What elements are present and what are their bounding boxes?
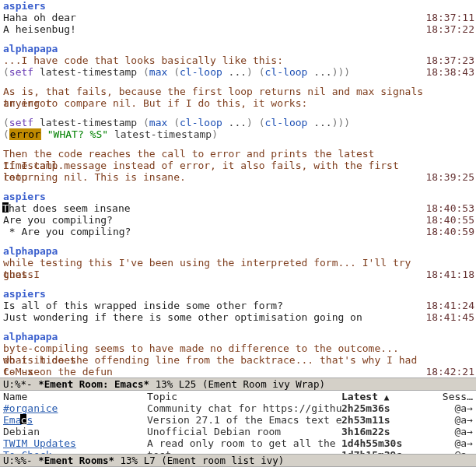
chat-message: As is, that fails, because the first loo…	[3, 86, 426, 97]
timestamp: 18:37:23	[425, 54, 474, 66]
chat-message: A heisenbug!	[3, 23, 426, 35]
room-session: @a→	[410, 414, 473, 426]
room-latest: 2h25m36s	[341, 402, 410, 414]
room-topic: Community chat for https://githu...	[147, 402, 341, 414]
timestamp: 18:38:43	[425, 66, 474, 78]
chat-nick: aspiers	[3, 0, 426, 12]
chat-message: Is all of this wrapped inside some other…	[3, 300, 426, 311]
room-session: @a→	[410, 426, 473, 437]
chat-message: trying to compare nil. But if I do this,…	[3, 97, 426, 109]
rooms-pane: Name Topic Latest ▲ Sess… #organice Comm…	[0, 391, 476, 454]
rooms-header[interactable]: Name Topic Latest ▲ Sess…	[3, 391, 473, 402]
table-row[interactable]: Emacs Version 27.1 of the Emacs text e..…	[3, 414, 473, 426]
timestamp: 18:41:24	[425, 300, 474, 311]
chat-message: Just wondering if there is some other op…	[3, 311, 426, 323]
timestamp: 18:37:11	[425, 12, 474, 23]
header-name[interactable]: Name	[3, 391, 147, 402]
text-cursor: c	[20, 414, 26, 424]
chat-message: byte-compiling seems to have made no dif…	[3, 342, 426, 354]
sort-arrow-icon: ▲	[384, 392, 390, 402]
room-topic: Unofficial Debian room	[147, 426, 341, 437]
header-topic[interactable]: Topic	[147, 391, 341, 402]
room-topic: Version 27.1 of the Emacs text e...	[147, 414, 341, 426]
modeline-mode: (Ement Room ivy Wrap)	[202, 378, 325, 390]
chat-nick: alphapapa	[3, 43, 426, 54]
chat-message: If I call message instead of error, it a…	[3, 160, 426, 171]
chat-message: ...I have code that looks basically like…	[3, 54, 426, 66]
timestamp: 18:39:25	[425, 171, 474, 183]
chat-message: returning nil. This is insane.	[3, 171, 426, 183]
code-line: (setf latest-timestamp (max (cl-loop ...…	[3, 117, 426, 128]
chat-message: do is hide the offending line from the b…	[3, 354, 426, 366]
modeline-rooms: U:%%- *Ement Rooms* 13% L7 (Ement room l…	[0, 454, 476, 467]
modeline2-position: 13% L7	[114, 455, 161, 466]
chat-message: Then the code reaches the call to error …	[3, 148, 426, 160]
table-row[interactable]: Debian Unofficial Debian room 3h16m22s @…	[3, 426, 473, 437]
table-row[interactable]: TWIM Updates A read only room to get all…	[3, 437, 473, 449]
modeline2-left: U:%%-	[3, 455, 38, 466]
room-link[interactable]: #organice	[3, 402, 58, 414]
chat-nick: aspiers	[3, 191, 426, 202]
table-row[interactable]: #organice Community chat for https://git…	[3, 402, 473, 414]
error-highlight: error	[9, 128, 41, 140]
room-link[interactable]: TWIM Updates	[3, 437, 76, 449]
room-name[interactable]: Debian	[3, 426, 40, 437]
modeline-position: 13% L25	[149, 378, 202, 390]
room-latest: 2h53m11s	[341, 414, 410, 426]
code-line: (setf latest-timestamp (max (cl-loop ...…	[3, 66, 426, 78]
chat-message: while testing this I've been using the i…	[3, 257, 426, 269]
timestamp: 18:37:22	[425, 23, 474, 35]
chat-message: C-M-x on the defun	[3, 366, 426, 377]
room-session: @a→	[410, 437, 473, 449]
timestamp: 18:40:53	[425, 202, 474, 214]
header-session[interactable]: Sess…	[410, 391, 473, 402]
modeline-left: U:%*-	[3, 378, 38, 390]
modeline2-buffer-name: *Ement Rooms*	[38, 455, 114, 466]
chat-nick: alphapapa	[3, 245, 426, 257]
room-latest: 1d4h55m30s	[341, 437, 410, 449]
room-session: @a→	[410, 402, 473, 414]
timestamp: 18:40:55	[425, 214, 474, 226]
room-latest: 3h16m22s	[341, 426, 410, 437]
chat-pane: aspiersHaha oh dearA heisenbug!alphapapa…	[0, 0, 476, 377]
chat-message: Are you compiling?	[3, 214, 426, 226]
code-line: (error "WHAT? %S" latest-timestamp)	[3, 128, 426, 140]
timestamp: 18:40:59	[425, 226, 474, 237]
chat-nick: alphapapa	[3, 331, 426, 342]
timestamp: 18:42:21	[425, 366, 474, 377]
chat-nick: aspiers	[3, 288, 426, 300]
chat-message: guess	[3, 269, 426, 280]
modeline-chat: U:%*- *Ement Room: Emacs* 13% L25 (Ement…	[0, 377, 476, 391]
room-link[interactable]: Emacs	[3, 414, 33, 426]
header-latest[interactable]: Latest ▲	[341, 391, 410, 402]
room-topic: A read only room to get all the ...	[147, 437, 341, 449]
chat-message: Haha oh dear	[3, 12, 426, 23]
modeline2-mode: (Ement room list ivy)	[161, 455, 284, 466]
timestamp: 18:41:45	[425, 311, 474, 323]
text-cursor: T	[2, 202, 9, 212]
modeline-buffer-name: *Ement Room: Emacs*	[38, 378, 149, 390]
chat-message: * Are you compiling?	[3, 226, 426, 237]
chat-message: That does seem insane	[3, 202, 426, 214]
timestamp: 18:41:18	[425, 269, 474, 280]
